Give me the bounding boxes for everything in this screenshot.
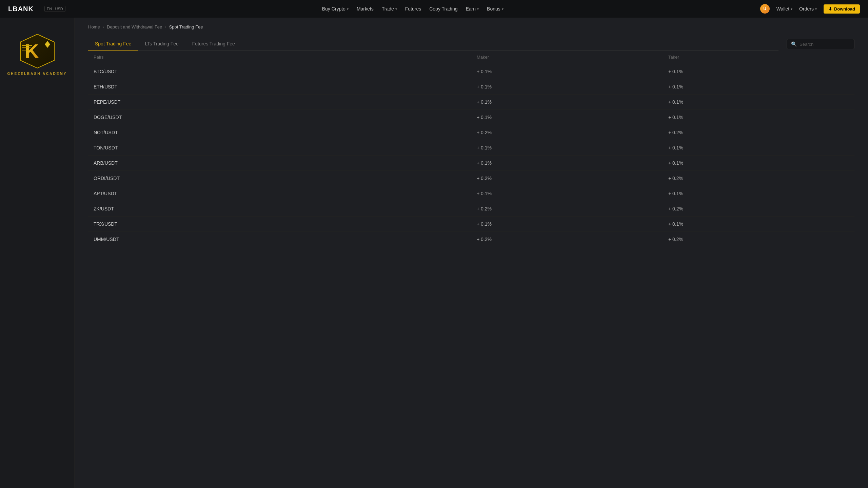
main-content: Home › Deposit and Withdrawal Fee › Spot… <box>75 18 868 488</box>
chevron-down-icon: ▾ <box>395 7 397 11</box>
table-row: APT/USDT + 0.1% + 0.1% <box>88 186 854 201</box>
col-maker: Maker <box>471 50 663 64</box>
cell-pair: ORDI/USDT <box>88 171 471 186</box>
table-row: NOT/USDT + 0.2% + 0.2% <box>88 125 854 140</box>
cell-pair: ARB/USDT <box>88 156 471 171</box>
navbar-right: U Wallet ▾ Orders ▾ ⬇ Download <box>760 4 860 14</box>
nav-trade[interactable]: Trade ▾ <box>382 6 397 12</box>
cell-pair: NOT/USDT <box>88 125 471 140</box>
chevron-down-icon: ▾ <box>815 7 817 11</box>
orders-button[interactable]: Orders ▾ <box>799 6 817 12</box>
cell-maker: + 0.2% <box>471 201 663 217</box>
cell-pair: TON/USDT <box>88 140 471 156</box>
fee-table-body: BTC/USDT + 0.1% + 0.1% ETH/USDT + 0.1% +… <box>88 64 854 247</box>
search-input[interactable] <box>800 42 850 47</box>
site-logo[interactable]: LBANK <box>8 5 34 13</box>
table-row: DOGE/USDT + 0.1% + 0.1% <box>88 110 854 125</box>
table-row: ARB/USDT + 0.1% + 0.1% <box>88 156 854 171</box>
chevron-down-icon: ▾ <box>791 7 792 11</box>
cell-taker: + 0.1% <box>663 79 854 95</box>
table-row: TON/USDT + 0.1% + 0.1% <box>88 140 854 156</box>
breadcrumb-home[interactable]: Home <box>88 24 100 29</box>
cell-taker: + 0.1% <box>663 110 854 125</box>
cell-maker: + 0.2% <box>471 171 663 186</box>
cell-pair: TRX/USDT <box>88 217 471 232</box>
sidebar: K GHEZELBASH ACADEMY <box>0 18 75 488</box>
breadcrumb-separator: › <box>103 24 104 29</box>
nav-earn[interactable]: Earn ▾ <box>466 6 479 12</box>
chevron-down-icon: ▾ <box>347 7 349 11</box>
page-wrapper: K GHEZELBASH ACADEMY Home › Deposit and … <box>0 18 868 488</box>
breadcrumb-parent[interactable]: Deposit and Withdrawal Fee <box>107 24 162 29</box>
table-row: ETH/USDT + 0.1% + 0.1% <box>88 79 854 95</box>
cell-maker: + 0.2% <box>471 125 663 140</box>
cell-pair: BTC/USDT <box>88 64 471 79</box>
col-pairs: Pairs <box>88 50 471 64</box>
cell-maker: + 0.1% <box>471 156 663 171</box>
nav-futures[interactable]: Futures <box>405 6 421 12</box>
cell-maker: + 0.1% <box>471 95 663 110</box>
cell-taker: + 0.1% <box>663 156 854 171</box>
cell-pair: ZK/USDT <box>88 201 471 217</box>
fee-table: Pairs Maker Taker BTC/USDT + 0.1% + 0.1%… <box>88 50 854 247</box>
wallet-button[interactable]: Wallet ▾ <box>776 6 792 12</box>
cell-maker: + 0.2% <box>471 232 663 247</box>
navbar: LBANK EN · USD Buy Crypto ▾ Markets Trad… <box>0 0 868 18</box>
cell-taker: + 0.1% <box>663 140 854 156</box>
cell-taker: + 0.1% <box>663 217 854 232</box>
search-box: 🔍 <box>787 39 854 49</box>
table-header-row: Pairs Maker Taker <box>88 50 854 64</box>
cell-pair: ETH/USDT <box>88 79 471 95</box>
cell-pair: UMM/USDT <box>88 232 471 247</box>
cell-maker: + 0.1% <box>471 79 663 95</box>
cell-taker: + 0.1% <box>663 64 854 79</box>
breadcrumb: Home › Deposit and Withdrawal Fee › Spot… <box>88 24 854 29</box>
table-row: PEPE/USDT + 0.1% + 0.1% <box>88 95 854 110</box>
table-row: UMM/USDT + 0.2% + 0.2% <box>88 232 854 247</box>
brand-logo-icon: K <box>15 33 59 70</box>
cell-pair: PEPE/USDT <box>88 95 471 110</box>
table-row: ZK/USDT + 0.2% + 0.2% <box>88 201 854 217</box>
sidebar-logo: K GHEZELBASH ACADEMY <box>5 26 69 82</box>
cell-pair: APT/USDT <box>88 186 471 201</box>
breadcrumb-current: Spot Trading Fee <box>169 24 203 29</box>
cell-taker: + 0.1% <box>663 186 854 201</box>
avatar[interactable]: U <box>760 4 770 14</box>
locale-selector[interactable]: EN · USD <box>44 6 65 12</box>
download-icon: ⬇ <box>828 6 832 12</box>
nav-markets[interactable]: Markets <box>357 6 374 12</box>
cell-taker: + 0.2% <box>663 232 854 247</box>
cell-maker: + 0.1% <box>471 140 663 156</box>
tab-lts-trading-fee[interactable]: LTs Trading Fee <box>138 38 185 50</box>
fee-tabs: Spot Trading Fee LTs Trading Fee Futures… <box>88 38 778 50</box>
nav-copy-trading[interactable]: Copy Trading <box>429 6 457 12</box>
cell-taker: + 0.2% <box>663 125 854 140</box>
cell-maker: + 0.1% <box>471 217 663 232</box>
breadcrumb-separator: › <box>165 24 166 29</box>
download-button[interactable]: ⬇ Download <box>824 4 860 14</box>
nav-buy-crypto[interactable]: Buy Crypto ▾ <box>322 6 349 12</box>
chevron-down-icon: ▾ <box>477 7 479 11</box>
cell-maker: + 0.1% <box>471 110 663 125</box>
cell-taker: + 0.1% <box>663 95 854 110</box>
cell-pair: DOGE/USDT <box>88 110 471 125</box>
main-nav: Buy Crypto ▾ Markets Trade ▾ Futures Cop… <box>76 6 749 12</box>
cell-taker: + 0.2% <box>663 171 854 186</box>
table-row: TRX/USDT + 0.1% + 0.1% <box>88 217 854 232</box>
cell-taker: + 0.2% <box>663 201 854 217</box>
col-taker: Taker <box>663 50 854 64</box>
svg-text:K: K <box>25 40 39 62</box>
search-icon: 🔍 <box>791 41 797 47</box>
table-row: ORDI/USDT + 0.2% + 0.2% <box>88 171 854 186</box>
brand-name: GHEZELBASH ACADEMY <box>7 72 67 76</box>
tab-futures-trading-fee[interactable]: Futures Trading Fee <box>185 38 242 50</box>
nav-bonus[interactable]: Bonus ▾ <box>487 6 504 12</box>
table-row: BTC/USDT + 0.1% + 0.1% <box>88 64 854 79</box>
tab-spot-trading-fee[interactable]: Spot Trading Fee <box>88 38 138 50</box>
cell-maker: + 0.1% <box>471 64 663 79</box>
chevron-down-icon: ▾ <box>502 7 504 11</box>
cell-maker: + 0.1% <box>471 186 663 201</box>
